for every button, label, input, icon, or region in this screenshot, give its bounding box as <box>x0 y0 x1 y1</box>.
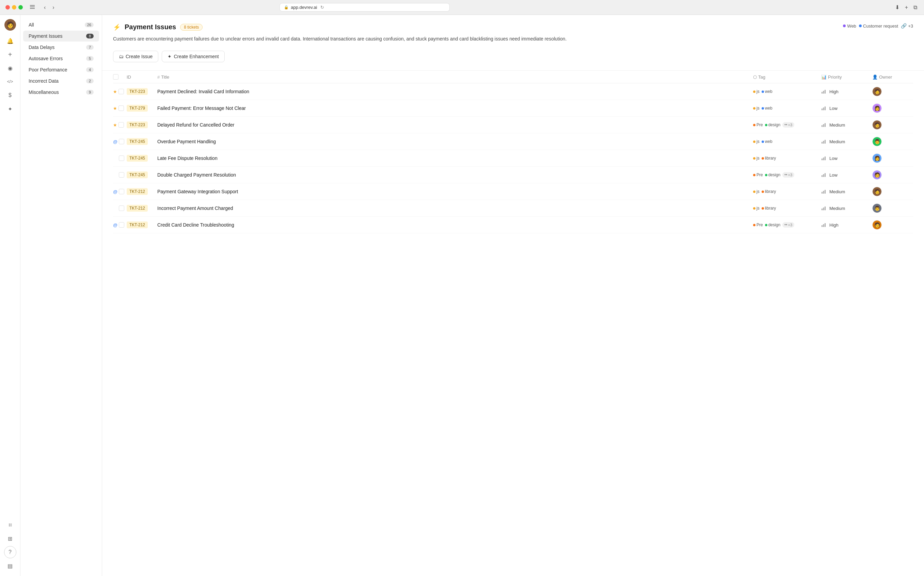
table-row[interactable]: ★ TKT-223 Delayed Refund for Cancelled O… <box>113 117 913 133</box>
forward-button[interactable]: › <box>50 3 56 12</box>
sidebar-toggle-button[interactable] <box>28 3 37 12</box>
star-icon[interactable]: ★ <box>113 89 117 94</box>
th-id: ID <box>127 75 157 80</box>
sidebar-item-datadelays-count: 7 <box>86 45 94 50</box>
table-row[interactable]: @ TKT-245 Overdue Payment Handling jsweb… <box>113 133 913 150</box>
table-row[interactable]: @ TKT-212 Credit Card Decline Troublesho… <box>113 217 913 234</box>
row-owner-col: 👨 <box>872 137 913 146</box>
mention-icon[interactable]: @ <box>113 139 117 144</box>
ticket-title: Payment Declined: Invalid Card Informati… <box>157 89 249 94</box>
ticket-id: TKT-279 <box>127 105 148 112</box>
row-checkbox[interactable] <box>119 139 124 144</box>
table-row[interactable]: TKT-212 Incorrect Payment Amount Charged… <box>113 200 913 217</box>
svg-rect-28 <box>823 224 824 227</box>
close-button[interactable] <box>5 5 10 10</box>
address-bar[interactable]: 🔒 app.devrev.ai ↻ <box>279 3 450 11</box>
tabs-button[interactable]: ⧉ <box>912 3 919 12</box>
ticket-id: TKT-245 <box>127 155 148 162</box>
sidebar-item-poor-performance[interactable]: Poor Performance 4 <box>23 64 99 75</box>
sidebar-item-payment-issues[interactable]: Payment Issues 8 <box>23 30 99 42</box>
priority-header-icon: 📊 <box>821 75 827 80</box>
row-title-col: Credit Card Decline Troubleshooting <box>157 222 753 227</box>
sidebar-item-star[interactable]: ✦ <box>4 103 16 115</box>
row-priority-col: Medium <box>821 139 872 144</box>
row-checkbox[interactable] <box>119 122 124 128</box>
sidebar-item-misc-count: 9 <box>86 90 94 94</box>
sidebar-item-incorrectdata-label: Incorrect Data <box>29 78 86 84</box>
sidebar-item-app[interactable]: ⌗ <box>4 519 16 531</box>
svg-rect-1 <box>30 7 35 8</box>
sidebar-item-layout[interactable]: ▤ <box>4 560 16 572</box>
th-tag: ⬡ Tag <box>753 75 821 80</box>
sidebar-item-miscellaneous[interactable]: Miscellaneous 9 <box>23 87 99 98</box>
owner-header-icon: 👤 <box>872 75 878 80</box>
ticket-id: TKT-223 <box>127 122 148 128</box>
table-row[interactable]: TKT-245 Double Charged Payment Resolutio… <box>113 167 913 183</box>
more-tag: ••+3 <box>782 122 794 128</box>
row-checkbox[interactable] <box>119 155 124 161</box>
row-checkbox[interactable] <box>119 106 124 111</box>
row-priority-col: High <box>821 222 872 227</box>
avatar[interactable]: 🧑 <box>5 19 16 30</box>
ticket-title: Credit Card Decline Troubleshooting <box>157 222 234 227</box>
reload-button[interactable]: ↻ <box>320 5 324 10</box>
sidebar-item-all[interactable]: All 26 <box>23 19 99 30</box>
sidebar-item-help[interactable]: ? <box>4 546 16 558</box>
row-id-col: TKT-223 <box>127 122 157 128</box>
create-enhancement-button[interactable]: ✦ Create Enhancement <box>162 51 225 62</box>
row-title-col: Failed Payment: Error Message Not Clear <box>157 106 753 111</box>
row-checkbox[interactable] <box>119 222 124 227</box>
star-icon[interactable]: ★ <box>113 123 117 128</box>
row-priority-col: Medium <box>821 123 872 128</box>
sidebar-item-grid[interactable]: ⊞ <box>4 533 16 545</box>
sidebar-item-code[interactable]: </> <box>4 75 16 88</box>
priority-value: Low <box>829 173 837 178</box>
svg-rect-15 <box>821 158 823 160</box>
table-row[interactable]: @ TKT-212 Payment Gateway Integration Su… <box>113 183 913 200</box>
tag-chip: Pre <box>753 123 763 127</box>
maximize-button[interactable] <box>18 5 23 10</box>
back-button[interactable]: ‹ <box>42 3 48 12</box>
star-icon[interactable]: ★ <box>113 106 117 111</box>
select-all-checkbox[interactable] <box>113 74 119 80</box>
mention-icon[interactable]: @ <box>113 222 117 227</box>
create-issue-button[interactable]: 🗂 Create Issue <box>113 51 158 62</box>
svg-rect-17 <box>825 157 826 160</box>
sidebar-item-bell[interactable]: 🔔 <box>4 35 16 47</box>
icon-bar: 🧑 🔔 + ◉ </> $ ✦ ⌗ ⊞ ? ▤ <box>0 15 21 576</box>
tag-chip: design <box>765 222 780 227</box>
new-tab-button[interactable]: + <box>903 3 910 12</box>
svg-rect-19 <box>823 174 824 177</box>
table-row[interactable]: ★ TKT-223 Payment Declined: Invalid Card… <box>113 83 913 100</box>
sidebar-item-connection[interactable]: ◉ <box>4 62 16 74</box>
row-checkbox[interactable] <box>119 89 124 94</box>
svg-rect-13 <box>823 141 824 144</box>
sidebar-item-add[interactable]: + <box>4 48 16 61</box>
tag-chip: js <box>753 156 760 161</box>
tag-chip: Pre <box>753 222 763 227</box>
avatar: 👩 <box>872 154 882 163</box>
svg-rect-29 <box>825 223 826 227</box>
row-priority-col: High <box>821 89 872 94</box>
mention-icon[interactable]: @ <box>113 189 117 194</box>
header-top-row: ⚡ Payment Issues 8 tickets Web Customer … <box>113 23 913 35</box>
table-row[interactable]: TKT-245 Late Fee Dispute Resolution jsli… <box>113 150 913 167</box>
minimize-button[interactable] <box>12 5 16 10</box>
row-checkbox[interactable] <box>119 189 124 194</box>
sidebar-item-data-delays[interactable]: Data Delays 7 <box>23 42 99 53</box>
row-id-col: TKT-212 <box>127 188 157 195</box>
svg-rect-27 <box>821 225 823 227</box>
row-tag-col: jslibrary <box>753 189 821 194</box>
tag-chip: web <box>762 139 773 144</box>
sidebar-item-incorrect-data[interactable]: Incorrect Data 2 <box>23 75 99 86</box>
row-owner-col: 👩 <box>872 154 913 163</box>
svg-rect-20 <box>825 173 826 177</box>
download-button[interactable]: ⬇ <box>894 3 901 12</box>
table-row[interactable]: ★ TKT-279 Failed Payment: Error Message … <box>113 100 913 117</box>
ticket-title: Failed Payment: Error Message Not Clear <box>157 106 246 111</box>
row-checkbox[interactable] <box>119 172 124 178</box>
row-checkbox[interactable] <box>119 205 124 211</box>
sidebar-item-autosave-errors[interactable]: Autosave Errors 5 <box>23 53 99 64</box>
sidebar-item-dollar[interactable]: $ <box>4 89 16 101</box>
sidebar-item-all-label: All <box>29 22 85 27</box>
